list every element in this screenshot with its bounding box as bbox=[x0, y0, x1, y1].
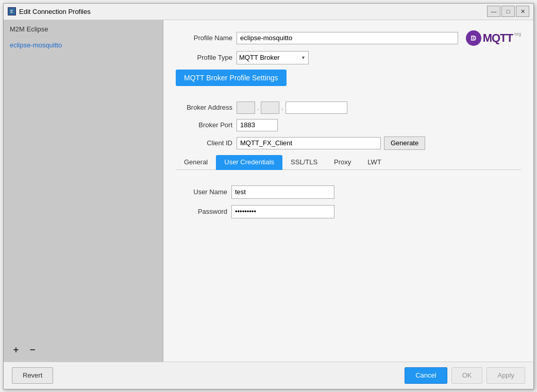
tab-user-credentials[interactable]: User Credentials bbox=[216, 155, 282, 170]
broker-address-ip2[interactable] bbox=[261, 101, 279, 114]
broker-port-input[interactable] bbox=[237, 119, 278, 131]
tab-lwt[interactable]: LWT bbox=[359, 155, 389, 170]
titlebar: E Edit Connection Profiles — □ ✕ bbox=[4, 4, 533, 20]
footer: Revert Cancel OK Apply bbox=[4, 362, 533, 389]
window-icon: E bbox=[8, 7, 16, 15]
revert-button[interactable]: Revert bbox=[12, 367, 53, 384]
username-input[interactable] bbox=[231, 185, 334, 199]
mqtt-logo-text: MQTT bbox=[483, 31, 513, 45]
sidebar-group-label: M2M Eclipse bbox=[4, 20, 163, 38]
client-id-input[interactable] bbox=[237, 137, 381, 149]
ok-button[interactable]: OK bbox=[451, 367, 483, 384]
profile-name-row: Profile Name MQTT org bbox=[176, 30, 521, 46]
mqtt-logo: MQTT org bbox=[466, 30, 521, 46]
tab-ssl-tls[interactable]: SSL/TLS bbox=[282, 155, 326, 170]
footer-right: Cancel OK Apply bbox=[405, 367, 525, 384]
add-profile-button[interactable]: + bbox=[10, 344, 22, 356]
sidebar: M2M Eclipse eclipse-mosquitto + − bbox=[4, 20, 163, 362]
broker-address-suffix[interactable] bbox=[286, 101, 347, 114]
ip-dot-1: . bbox=[257, 104, 259, 111]
broker-address-label: Broker Address bbox=[176, 104, 232, 111]
credentials-section: User Name Password bbox=[176, 180, 521, 218]
profile-name-input[interactable] bbox=[237, 32, 458, 44]
profile-type-label: Profile Type bbox=[176, 54, 232, 61]
password-input[interactable] bbox=[231, 205, 334, 218]
mqtt-logo-circle bbox=[466, 30, 481, 46]
main-window: E Edit Connection Profiles — □ ✕ M2M Ecl… bbox=[3, 3, 534, 389]
sidebar-item-eclipse-mosquitto[interactable]: eclipse-mosquitto bbox=[4, 38, 163, 52]
profile-type-row: Profile Type MQTT Broker MQTT Client bbox=[176, 51, 521, 64]
tabs-row: General User Credentials SSL/TLS Proxy L… bbox=[176, 155, 521, 170]
close-button[interactable]: ✕ bbox=[516, 6, 529, 17]
cancel-button[interactable]: Cancel bbox=[405, 367, 447, 384]
broker-address-inputs: . . bbox=[237, 101, 347, 114]
username-label: User Name bbox=[176, 188, 227, 196]
password-label: Password bbox=[176, 208, 227, 215]
profile-name-label: Profile Name bbox=[176, 34, 232, 42]
main-content: M2M Eclipse eclipse-mosquitto + − Profil… bbox=[4, 20, 533, 362]
minimize-button[interactable]: — bbox=[487, 6, 500, 17]
password-row: Password bbox=[176, 205, 521, 218]
generate-button[interactable]: Generate bbox=[384, 137, 425, 150]
sidebar-footer: + − bbox=[4, 339, 163, 362]
broker-port-label: Broker Port bbox=[176, 121, 232, 129]
ip-dot-2: . bbox=[281, 104, 283, 111]
broker-address-ip1[interactable] bbox=[237, 101, 255, 114]
broker-port-row: Broker Port bbox=[176, 119, 521, 131]
footer-left: Revert bbox=[12, 367, 405, 384]
client-id-row: Client ID Generate bbox=[176, 137, 521, 150]
section-header: MQTT Broker Profile Settings bbox=[176, 70, 287, 86]
profile-type-select-wrapper: MQTT Broker MQTT Client bbox=[237, 51, 309, 64]
remove-profile-button[interactable]: − bbox=[26, 344, 39, 356]
mqtt-logo-org: org bbox=[514, 31, 521, 37]
titlebar-controls: — □ ✕ bbox=[487, 6, 529, 17]
profile-type-select[interactable]: MQTT Broker MQTT Client bbox=[237, 51, 309, 64]
client-id-label: Client ID bbox=[176, 139, 232, 147]
tab-general[interactable]: General bbox=[176, 155, 216, 170]
apply-button[interactable]: Apply bbox=[486, 367, 525, 384]
main-panel: Profile Name MQTT org bbox=[163, 20, 533, 362]
tab-proxy[interactable]: Proxy bbox=[326, 155, 359, 170]
window-title: Edit Connection Profiles bbox=[19, 8, 487, 15]
broker-address-row: Broker Address . . bbox=[176, 101, 521, 114]
section-header-wrapper: MQTT Broker Profile Settings bbox=[176, 70, 521, 94]
maximize-button[interactable]: □ bbox=[501, 6, 515, 17]
username-row: User Name bbox=[176, 185, 521, 199]
